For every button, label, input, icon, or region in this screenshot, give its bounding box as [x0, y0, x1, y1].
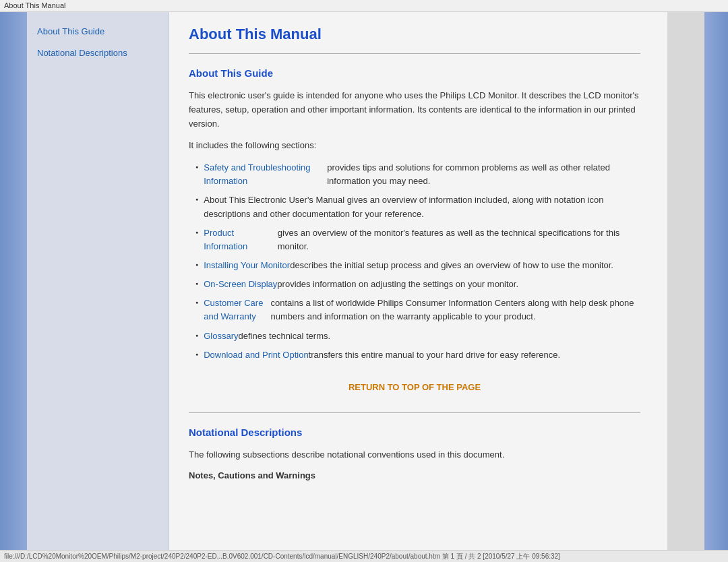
sidebar-item-notational[interactable]: Notational Descriptions [37, 47, 158, 59]
list-item: Safety and Troubleshooting Information p… [195, 161, 640, 188]
status-bar: file:///D:/LCD%20Monitor%20OEM/Philips/M… [0, 550, 728, 562]
osd-link[interactable]: On-Screen Display [204, 278, 277, 291]
list-item-text: provides information on adjusting the se… [277, 278, 518, 291]
page-title: About This Manual [189, 26, 640, 43]
list-item-text: provides tips and solutions for common p… [327, 161, 640, 188]
about-guide-section: About This Guide This electronic user's … [189, 67, 640, 392]
right-gray-bar [667, 12, 704, 550]
right-blue-bar [704, 12, 728, 550]
list-item: Product Information gives an overview of… [195, 226, 640, 253]
list-item-text: describes the initial setup process and … [290, 259, 613, 272]
list-item-text: About This Electronic User's Manual give… [204, 193, 640, 220]
customer-care-link[interactable]: Customer Care and Warranty [204, 296, 270, 323]
about-guide-paragraph1: This electronic user's guide is intended… [189, 89, 640, 131]
installing-link[interactable]: Installing Your Monitor [204, 259, 290, 272]
return-to-top: RETURN TO TOP OF THE PAGE [189, 382, 640, 392]
status-bar-text: file:///D:/LCD%20Monitor%20OEM/Philips/M… [4, 553, 560, 560]
title-bar: About This Manual [0, 0, 728, 12]
notational-section: Notational Descriptions The following su… [189, 427, 640, 480]
list-item-text: transfers this entire manual to your har… [309, 348, 561, 362]
list-item: Installing Your Monitor describes the in… [195, 259, 640, 272]
main-layout: About This Guide Notational Descriptions… [0, 12, 728, 550]
bullet-list: Safety and Troubleshooting Information p… [195, 161, 640, 362]
right-decorative-bars [667, 12, 728, 550]
list-item-text: defines technical terms. [239, 330, 331, 343]
notational-title: Notational Descriptions [189, 427, 640, 438]
left-decorative-bar [0, 12, 27, 550]
product-info-link[interactable]: Product Information [204, 226, 278, 253]
about-guide-paragraph2: It includes the following sections: [189, 139, 640, 153]
list-item: Glossary defines technical terms. [195, 330, 640, 343]
list-item-text: gives an overview of the monitor's featu… [278, 226, 640, 253]
list-item: On-Screen Display provides information o… [195, 278, 640, 291]
return-to-top-link[interactable]: RETURN TO TOP OF THE PAGE [348, 382, 481, 392]
download-print-link[interactable]: Download and Print Option [204, 348, 308, 362]
list-item: Customer Care and Warranty contains a li… [195, 296, 640, 323]
about-guide-title: About This Guide [189, 67, 640, 79]
list-item-text: contains a list of worldwide Philips Con… [270, 296, 640, 323]
sidebar-item-about-guide[interactable]: About This Guide [37, 26, 158, 38]
notes-cautions-title: Notes, Cautions and Warnings [189, 470, 640, 480]
section-divider2 [189, 412, 640, 413]
notational-paragraph1: The following subsections describe notat… [189, 448, 640, 462]
sidebar: About This Guide Notational Descriptions [27, 12, 169, 550]
list-item: Download and Print Option transfers this… [195, 348, 640, 362]
content-area: About This Manual About This Guide This … [169, 12, 667, 550]
title-divider [189, 53, 640, 54]
safety-link[interactable]: Safety and Troubleshooting Information [204, 161, 327, 188]
title-bar-text: About This Manual [4, 1, 66, 9]
list-item: About This Electronic User's Manual give… [195, 193, 640, 220]
glossary-link[interactable]: Glossary [204, 330, 238, 343]
